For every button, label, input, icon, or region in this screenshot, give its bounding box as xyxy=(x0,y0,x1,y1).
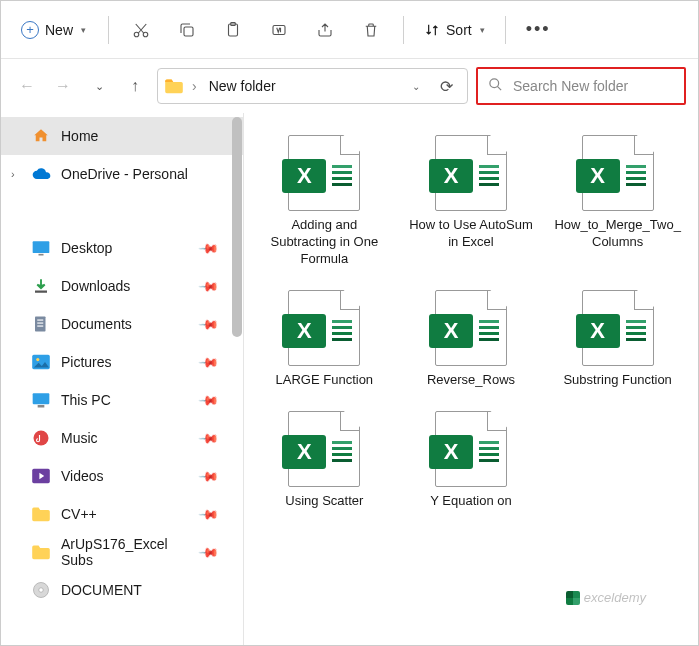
file-item[interactable]: X How_to_Merge_Two_Columns xyxy=(547,129,688,274)
main-area: Home › OneDrive - Personal Desktop 📌 Dow… xyxy=(1,113,698,645)
scrollbar[interactable] xyxy=(229,113,243,645)
sidebar-item-label: This PC xyxy=(61,392,111,408)
back-button[interactable]: ← xyxy=(13,70,41,102)
file-label: How to Use AutoSum in Excel xyxy=(406,217,536,251)
svg-rect-2 xyxy=(184,27,193,36)
sidebar-item-label: ArUpS176_Excel Subs xyxy=(61,536,191,568)
search-input[interactable] xyxy=(513,78,688,94)
sidebar-item-folder-cv[interactable]: CV++ 📌 xyxy=(1,495,243,533)
svg-point-21 xyxy=(39,588,44,593)
more-button[interactable]: ••• xyxy=(516,13,561,46)
sidebar-item-onedrive[interactable]: › OneDrive - Personal xyxy=(1,155,243,193)
file-item[interactable]: X Using Scatter xyxy=(254,405,395,516)
navigation-bar: ← → ⌄ ↑ › New folder ⌄ ⟳ xyxy=(1,59,698,113)
pin-icon: 📌 xyxy=(198,503,220,525)
plus-icon: + xyxy=(21,21,39,39)
sidebar-item-label: DOCUMENT xyxy=(61,582,142,598)
toolbar: + New ▾ Sort ▾ ••• xyxy=(1,1,698,59)
svg-rect-12 xyxy=(37,323,43,324)
forward-button[interactable]: → xyxy=(49,70,77,102)
folder-icon xyxy=(31,505,51,523)
desktop-icon xyxy=(31,239,51,257)
file-grid: X Adding and Subtracting in One Formula … xyxy=(244,113,698,645)
svg-point-18 xyxy=(34,431,49,446)
file-label: Reverse_Rows xyxy=(427,372,515,389)
file-label: Using Scatter xyxy=(285,493,363,510)
up-button[interactable]: ↑ xyxy=(121,70,149,102)
refresh-button[interactable]: ⟳ xyxy=(432,77,461,96)
cd-icon xyxy=(31,581,51,599)
share-icon[interactable] xyxy=(303,11,347,49)
downloads-icon xyxy=(31,277,51,295)
excel-file-icon: X xyxy=(435,411,507,487)
expand-icon[interactable]: › xyxy=(11,168,15,180)
sidebar-item-home[interactable]: Home xyxy=(1,117,243,155)
svg-point-15 xyxy=(36,358,39,361)
separator xyxy=(505,16,506,44)
breadcrumb-folder[interactable]: New folder xyxy=(205,78,400,94)
folder-icon xyxy=(164,78,184,94)
sidebar-item-label: OneDrive - Personal xyxy=(61,166,188,182)
svg-rect-7 xyxy=(33,241,50,253)
sidebar-item-label: CV++ xyxy=(61,506,97,522)
documents-icon xyxy=(31,315,51,333)
separator xyxy=(108,16,109,44)
file-item[interactable]: X Adding and Subtracting in One Formula xyxy=(254,129,395,274)
pin-icon: 📌 xyxy=(198,465,220,487)
sort-button[interactable]: Sort ▾ xyxy=(414,16,495,44)
file-label: LARGE Function xyxy=(276,372,374,389)
address-bar[interactable]: › New folder ⌄ ⟳ xyxy=(157,68,468,104)
sidebar: Home › OneDrive - Personal Desktop 📌 Dow… xyxy=(1,113,244,645)
pin-icon: 📌 xyxy=(198,351,220,373)
pin-icon: 📌 xyxy=(198,313,220,335)
search-icon xyxy=(488,77,503,95)
sidebar-item-thispc[interactable]: This PC 📌 xyxy=(1,381,243,419)
excel-file-icon: X xyxy=(582,290,654,366)
sidebar-item-label: Home xyxy=(61,128,98,144)
chevron-down-icon[interactable]: ⌄ xyxy=(406,81,426,92)
sidebar-item-label: Documents xyxy=(61,316,132,332)
file-item[interactable]: X Substring Function xyxy=(547,284,688,395)
new-label: New xyxy=(45,22,73,38)
recent-dropdown[interactable]: ⌄ xyxy=(85,70,113,102)
delete-icon[interactable] xyxy=(349,11,393,49)
sidebar-item-document-disc[interactable]: DOCUMENT xyxy=(1,571,243,609)
cut-icon[interactable] xyxy=(119,11,163,49)
svg-point-0 xyxy=(134,32,139,37)
pin-icon: 📌 xyxy=(198,237,220,259)
breadcrumb-separator: › xyxy=(190,78,199,94)
file-label: How_to_Merge_Two_Columns xyxy=(553,217,683,251)
sidebar-item-desktop[interactable]: Desktop 📌 xyxy=(1,229,243,267)
svg-rect-10 xyxy=(35,317,46,332)
paste-icon[interactable] xyxy=(211,11,255,49)
file-item[interactable]: X LARGE Function xyxy=(254,284,395,395)
watermark: exceldemy xyxy=(566,590,646,605)
folder-icon xyxy=(31,543,51,561)
file-item[interactable]: X How to Use AutoSum in Excel xyxy=(401,129,542,274)
excel-file-icon: X xyxy=(288,135,360,211)
sidebar-item-documents[interactable]: Documents 📌 xyxy=(1,305,243,343)
copy-icon[interactable] xyxy=(165,11,209,49)
sidebar-item-music[interactable]: Music 📌 xyxy=(1,419,243,457)
sidebar-item-label: Downloads xyxy=(61,278,130,294)
sidebar-item-videos[interactable]: Videos 📌 xyxy=(1,457,243,495)
home-icon xyxy=(31,127,51,145)
svg-rect-9 xyxy=(35,291,47,293)
sidebar-item-pictures[interactable]: Pictures 📌 xyxy=(1,343,243,381)
rename-icon[interactable] xyxy=(257,11,301,49)
svg-point-1 xyxy=(143,32,148,37)
excel-file-icon: X xyxy=(288,290,360,366)
file-item[interactable]: X Reverse_Rows xyxy=(401,284,542,395)
search-box[interactable] xyxy=(476,67,686,105)
file-item[interactable]: X Y Equation on xyxy=(401,405,542,516)
pin-icon: 📌 xyxy=(198,427,220,449)
music-icon xyxy=(31,429,51,447)
new-button[interactable]: + New ▾ xyxy=(9,15,98,45)
sidebar-item-downloads[interactable]: Downloads 📌 xyxy=(1,267,243,305)
chevron-down-icon: ▾ xyxy=(81,25,86,35)
sidebar-item-label: Pictures xyxy=(61,354,112,370)
svg-rect-17 xyxy=(38,405,45,408)
excel-file-icon: X xyxy=(582,135,654,211)
sidebar-item-label: Videos xyxy=(61,468,104,484)
sidebar-item-folder-arups[interactable]: ArUpS176_Excel Subs 📌 xyxy=(1,533,243,571)
